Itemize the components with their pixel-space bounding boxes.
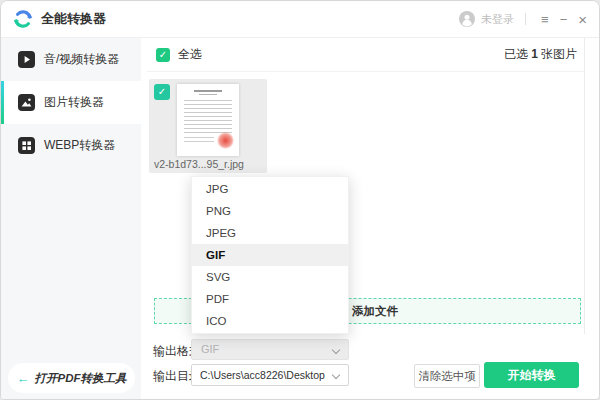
login-status[interactable]: 未登录 [481,12,514,27]
sidebar-item-webp-converter[interactable]: WEBP转换器 [1,124,141,167]
titlebar-divider [525,13,526,25]
dropdown-option-jpg[interactable]: JPG [192,178,348,200]
start-convert-button[interactable]: 开始转换 [484,362,579,388]
dropdown-option-gif[interactable]: GIF [192,244,348,266]
back-arrow-icon: ← [17,371,30,386]
selected-count: 已选1张图片 [504,46,577,63]
video-play-icon [18,51,35,68]
close-icon[interactable]: × [578,12,587,27]
document-title-line [194,90,222,92]
titlebar: 全能转换器 未登录 ≡ − × [1,1,600,38]
file-card[interactable]: ✓ v2-b1d73...95_r.jpg [149,79,267,173]
sidebar: 音/视频转换器 图片转换器 WEBP转换器 ← 打开PDF转换工具 [1,38,141,400]
selected-count-suffix: 张图片 [541,47,577,61]
file-name: v2-b1d73...95_r.jpg [154,158,263,170]
clear-selected-button[interactable]: 清除选中项 [414,364,480,388]
app-title: 全能转换器 [41,10,106,28]
selected-count-number: 1 [531,47,538,61]
sidebar-item-label: 音/视频转换器 [44,51,119,68]
red-stamp [217,132,234,149]
image-icon [18,94,35,111]
menu-icon[interactable]: ≡ [541,13,549,26]
chevron-down-icon [332,346,340,354]
user-avatar-icon[interactable] [459,11,475,27]
dropdown-option-png[interactable]: PNG [192,200,348,222]
chevron-down-icon [332,371,340,379]
output-directory-value: C:\Users\acc8226\Desktop [200,369,325,381]
sidebar-item-audio-video-converter[interactable]: 音/视频转换器 [1,38,141,81]
dropdown-option-ico[interactable]: ICO [192,310,348,332]
select-all-label: 全选 [178,46,202,63]
open-pdf-tool-label: 打开PDF转换工具 [35,371,127,386]
output-format-value: GIF [201,343,219,355]
format-dropdown-menu: JPG PNG JPEG GIF SVG PDF ICO [191,176,349,334]
sidebar-item-image-converter[interactable]: 图片转换器 [1,81,141,124]
active-indicator-bar [1,81,4,124]
minimize-icon[interactable]: − [560,13,568,26]
file-checkbox[interactable]: ✓ [154,84,170,100]
document-preview-thumbnail [177,84,239,156]
sidebar-item-label: 图片转换器 [44,94,104,111]
dropdown-option-svg[interactable]: SVG [192,266,348,288]
select-all-checkbox[interactable]: ✓ [156,48,170,62]
dropdown-option-pdf[interactable]: PDF [192,288,348,310]
sidebar-item-label: WEBP转换器 [44,137,115,154]
add-file-label: 添加文件 [352,304,398,319]
open-pdf-tool-button[interactable]: ← 打开PDF转换工具 [8,363,135,393]
selected-count-prefix: 已选 [504,47,528,61]
dropdown-option-jpeg[interactable]: JPEG [192,222,348,244]
app-logo-icon [13,9,33,29]
document-text-lines [184,100,232,134]
webp-grid-icon [18,137,35,154]
converter-app-window: 全能转换器 未登录 ≡ − × 音/视频转换器 图片 [0,0,600,400]
document-subtitle-line [199,94,217,95]
output-directory-select[interactable]: C:\Users\acc8226\Desktop [191,364,349,386]
select-all-bar: ✓ 全选 已选1张图片 [147,38,584,72]
document-footer-lines [184,137,214,144]
output-format-select[interactable]: GIF [191,339,349,360]
